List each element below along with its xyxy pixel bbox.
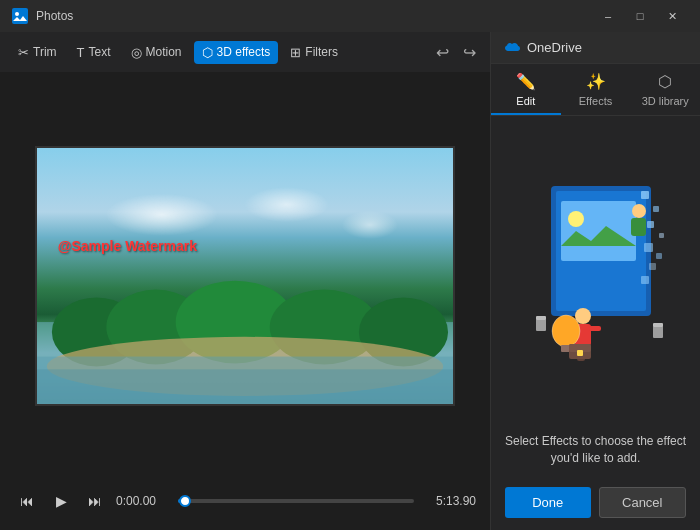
library-icon: ⬡ xyxy=(658,72,672,91)
svg-rect-36 xyxy=(653,323,663,327)
svg-rect-10 xyxy=(37,370,453,404)
svg-rect-34 xyxy=(536,316,546,320)
svg-rect-22 xyxy=(641,276,649,284)
main-layout: ✂ Trim T Text ◎ Motion ⬡ 3D effects ⊞ Fi… xyxy=(0,32,700,530)
description-text: Select Effects to choose the effect you'… xyxy=(491,425,700,479)
svg-rect-19 xyxy=(644,243,653,252)
timeline-thumb[interactable] xyxy=(179,495,191,507)
video-area: @Sample Watermark xyxy=(0,72,490,480)
duration-display: 5:13.90 xyxy=(426,494,476,508)
svg-point-1 xyxy=(15,12,19,16)
right-header: OneDrive xyxy=(491,32,700,64)
filters-icon: ⊞ xyxy=(290,45,301,60)
video-container: @Sample Watermark xyxy=(35,146,455,406)
onedrive-label: OneDrive xyxy=(527,40,582,55)
redo-button[interactable]: ↪ xyxy=(459,41,480,64)
tab-3d-library[interactable]: ⬡ 3D library xyxy=(630,64,700,115)
illustration xyxy=(511,171,681,371)
svg-rect-33 xyxy=(536,319,546,331)
rewind-button[interactable]: ⏮ xyxy=(14,488,40,514)
video-frame: @Sample Watermark xyxy=(37,148,453,404)
svg-rect-26 xyxy=(589,326,601,331)
done-button[interactable]: Done xyxy=(505,487,591,518)
svg-rect-16 xyxy=(653,206,659,212)
window-controls: – □ ✕ xyxy=(592,2,688,30)
trim-button[interactable]: ✂ Trim xyxy=(10,41,65,64)
playback-controls: ⏮ ▶ ⏭ 0:00.00 5:13.90 xyxy=(14,488,476,514)
svg-rect-0 xyxy=(12,8,28,24)
tab-3dlibrary-label: 3D library xyxy=(642,95,689,107)
filters-button[interactable]: ⊞ Filters xyxy=(282,41,346,64)
right-tabs: ✏️ Edit ✨ Effects ⬡ 3D library xyxy=(491,64,700,116)
threed-icon: ⬡ xyxy=(202,45,213,60)
svg-rect-13 xyxy=(561,201,636,261)
watermark: @Sample Watermark xyxy=(58,238,197,254)
onedrive-icon xyxy=(503,40,521,56)
photos-icon xyxy=(12,8,28,24)
text-icon: T xyxy=(77,45,85,60)
text-button[interactable]: T Text xyxy=(69,41,119,64)
effects-icon: ✨ xyxy=(586,72,606,91)
illustration-area xyxy=(491,116,700,425)
tab-edit[interactable]: ✏️ Edit xyxy=(491,64,561,115)
motion-icon: ◎ xyxy=(131,45,142,60)
motion-button[interactable]: ◎ Motion xyxy=(123,41,190,64)
svg-point-14 xyxy=(568,211,584,227)
action-buttons: Done Cancel xyxy=(491,479,700,530)
svg-rect-21 xyxy=(649,263,656,270)
undo-button[interactable]: ↩ xyxy=(432,41,453,64)
threed-effects-button[interactable]: ⬡ 3D effects xyxy=(194,41,279,64)
svg-rect-29 xyxy=(631,218,646,236)
svg-rect-17 xyxy=(647,221,654,228)
step-forward-button[interactable]: ⏭ xyxy=(82,488,108,514)
svg-rect-15 xyxy=(641,191,649,199)
title-bar: Photos – □ ✕ xyxy=(0,0,700,32)
close-button[interactable]: ✕ xyxy=(656,2,688,30)
minimize-button[interactable]: – xyxy=(592,2,624,30)
trim-icon: ✂ xyxy=(18,45,29,60)
toolbar: ✂ Trim T Text ◎ Motion ⬡ 3D effects ⊞ Fi… xyxy=(0,32,490,72)
svg-point-28 xyxy=(632,204,646,218)
left-panel: ✂ Trim T Text ◎ Motion ⬡ 3D effects ⊞ Fi… xyxy=(0,32,490,530)
tab-effects[interactable]: ✨ Effects xyxy=(561,64,631,115)
timeline-area: ⏮ ▶ ⏭ 0:00.00 5:13.90 xyxy=(0,480,490,530)
cancel-button[interactable]: Cancel xyxy=(599,487,687,518)
svg-rect-20 xyxy=(656,253,662,259)
maximize-button[interactable]: □ xyxy=(624,2,656,30)
svg-rect-35 xyxy=(653,326,663,338)
tab-edit-label: Edit xyxy=(516,95,535,107)
right-panel: OneDrive ✏️ Edit ✨ Effects ⬡ 3D library xyxy=(490,32,700,530)
edit-icon: ✏️ xyxy=(516,72,536,91)
svg-rect-18 xyxy=(659,233,664,238)
app-title: Photos xyxy=(36,9,592,23)
tab-effects-label: Effects xyxy=(579,95,612,107)
current-time: 0:00.00 xyxy=(116,494,166,508)
play-button[interactable]: ▶ xyxy=(48,488,74,514)
timeline-track[interactable] xyxy=(178,499,414,503)
svg-rect-39 xyxy=(577,350,583,356)
undo-redo-controls: ↩ ↪ xyxy=(432,41,480,64)
